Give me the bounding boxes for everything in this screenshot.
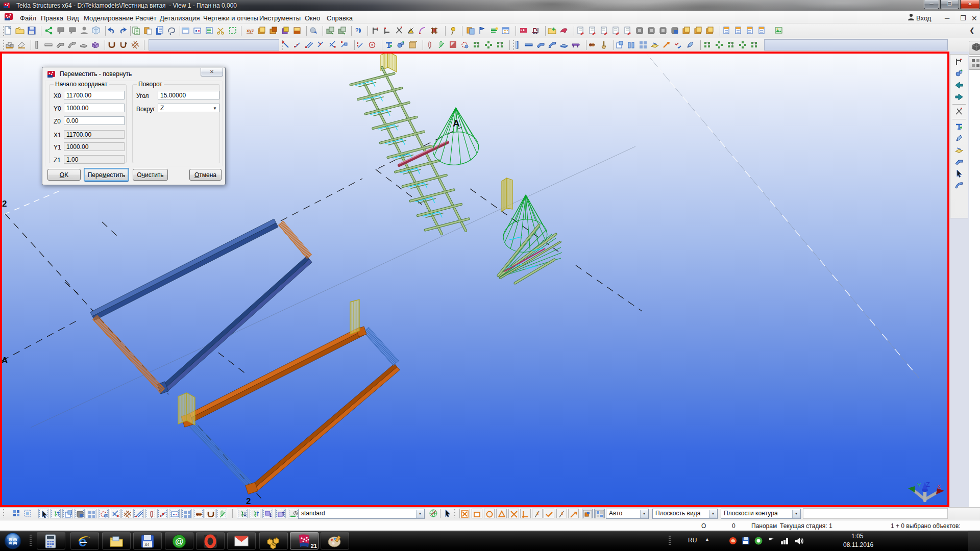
svg-text:X: X xyxy=(937,484,941,490)
svg-text:Y: Y xyxy=(917,482,921,488)
svg-text:?: ? xyxy=(355,27,359,33)
svg-text:@: @ xyxy=(175,537,184,546)
svg-text:xyz: xyz xyxy=(247,28,254,33)
svg-text:e: e xyxy=(79,534,87,549)
svg-text:-64: -64 xyxy=(144,543,149,546)
svg-text:A: A xyxy=(453,118,460,129)
svg-text:Z: Z xyxy=(926,481,930,488)
svg-text:2: 2 xyxy=(2,199,7,209)
svg-text:8: 8 xyxy=(561,511,564,516)
svg-text:2: 2 xyxy=(246,496,251,505)
svg-text:8: 8 xyxy=(536,511,539,516)
svg-text:A: A xyxy=(2,356,8,365)
